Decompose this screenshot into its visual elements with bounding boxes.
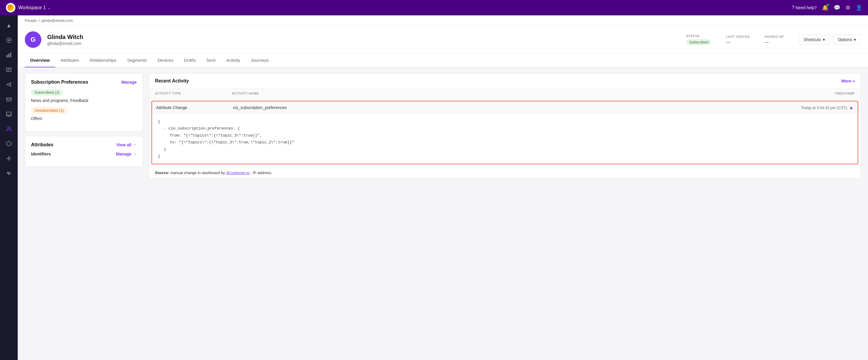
options-button[interactable]: Options ▾ [833,34,861,45]
profile-info: Glinda Witch glinda@email.com [47,34,680,46]
col-name-label: ACTIVITY NAME [232,92,790,95]
subscription-title: Subscription Preferences [31,80,88,85]
help-label: Need help? [795,5,817,10]
recent-activity-title: Recent Activity [155,78,189,84]
detail-line-3: from: "{\"topics\":{\"topic_3\":true}}", [158,132,852,139]
view-all-button[interactable]: View all → [116,142,137,147]
profile-meta: STATUS Subscribed LAST VISITED — SIGNED … [686,34,784,45]
activity-card-header: Recent Activity More » [149,74,861,89]
sidebar-item-people[interactable] [3,123,15,135]
source-prefix: Source: [155,170,169,175]
help-icon: ? [792,5,794,10]
tab-segments[interactable]: Segments [122,54,152,67]
svg-rect-4 [10,53,11,57]
signed-up-label: SIGNED UP [765,35,784,38]
user-button[interactable]: 👤 [856,4,862,11]
svg-rect-6 [6,98,11,101]
detail-line-4: to: "{\"topics\":{\"topic_3\":true,\"top… [158,139,852,146]
profile-name: Glinda Witch [47,34,680,40]
activity-detail: { - cio_subscription_preferences: { from… [152,114,858,164]
sidebar-item-data[interactable] [3,34,15,46]
meta-last-visited: LAST VISITED — [726,35,750,44]
detail-line-5: } [158,146,852,153]
profile-header: G Glinda Witch glinda@email.com STATUS S… [18,26,868,54]
workspace-label: Workspace 1 [18,5,46,10]
svg-marker-9 [6,141,11,146]
tab-activity[interactable]: Activity [221,54,246,67]
workspace-selector[interactable]: Workspace 1 ⌄ [18,5,51,10]
sidebar-item-charts[interactable] [3,49,15,61]
col-timestamp-label: TIMESTAMP [790,92,855,95]
options-chevron: ▾ [854,37,856,42]
options-label: Options [838,37,852,42]
tab-relationships[interactable]: Relationships [85,54,122,67]
source-text-value: manual change in dashboard by [170,170,225,175]
shortcuts-label: Shortcuts [804,37,821,42]
source-suffix: , IP address: [251,170,272,175]
sidebar-item-messages[interactable] [3,64,15,76]
messages-button[interactable]: 💬 [834,4,840,11]
subscription-card: Subscription Preferences Manage Subscrib… [25,73,143,131]
svg-point-10 [8,158,10,159]
unsubscribed-topics: Offers [31,116,137,121]
unsubscribed-badge: Unsubscribed (1) [31,107,67,114]
tabs: Overview Attributes Relationships Segmen… [18,54,868,67]
notifications-button[interactable]: 🔔 [822,4,829,11]
breadcrumb-parent[interactable]: People [25,18,37,23]
profile-actions: Shortcuts ▾ Options ▾ [799,34,861,45]
sidebar: ▲ [0,16,18,360]
sidebar-item-broadcast[interactable] [3,79,15,90]
status-label: STATUS [686,34,711,38]
profile-email: glinda@email.com [47,41,680,46]
subscribed-topics: News and programs, Feedback [31,98,137,103]
sidebar-item-home[interactable]: ▲ [3,20,15,31]
table-header: ACTIVITY TYPE ACTIVITY NAME TIMESTAMP [149,89,861,99]
detail-line-6: } [158,153,852,160]
identifiers-label: Identifiers [31,151,51,156]
logo-icon [7,4,14,11]
activity-card: Recent Activity More » ACTIVITY TYPE ACT… [149,73,861,179]
topbar-right: ? Need help? 🔔 💬 ⚙ 👤 [792,4,862,11]
detail-line-2: - cio_subscription_preferences: { [158,125,852,132]
tab-attributes[interactable]: Attributes [55,54,85,67]
settings-button[interactable]: ⚙ [845,4,850,11]
col-type-label: ACTIVITY TYPE [155,92,232,95]
attributes-card-header: Attributes View all → [31,142,137,147]
tab-drafts[interactable]: Drafts [179,54,201,67]
more-button[interactable]: More » [841,79,855,83]
logo [6,3,16,12]
breadcrumb: People / glinda@email.com [18,16,868,26]
tab-sent[interactable]: Sent [201,54,221,67]
sidebar-item-objects[interactable] [3,138,15,149]
svg-point-8 [8,127,10,129]
activity-type: Attribute Change [156,105,233,110]
sidebar-item-email[interactable] [3,93,15,105]
tab-devices[interactable]: Devices [152,54,179,67]
identifiers-manage-button[interactable]: Manage → [116,151,137,156]
subscribed-section: Subscribed (2) News and programs, Feedba… [31,89,137,103]
meta-status: STATUS Subscribed [686,34,711,45]
subscription-card-header: Subscription Preferences Manage [31,80,137,85]
detail-line-1: { [158,118,852,125]
source-link[interactable]: @customer.io [226,170,250,175]
subscription-manage-button[interactable]: Manage [121,80,137,85]
right-panel: Recent Activity More » ACTIVITY TYPE ACT… [149,73,861,354]
activity-row-header[interactable]: Attribute Change cio_subscription_prefer… [152,101,858,114]
tab-journeys[interactable]: Journeys [245,54,274,67]
help-button[interactable]: ? Need help? [792,5,817,10]
svg-point-1 [8,39,10,41]
sidebar-item-integrations[interactable] [3,153,15,164]
content-area: People / glinda@email.com G Glinda Witch… [18,16,868,360]
shortcuts-chevron: ▾ [823,37,825,42]
svg-rect-2 [6,55,8,57]
topbar-left: Workspace 1 ⌄ [6,3,51,12]
timestamp-value: Today at 3:04:32 pm (CST) [801,106,847,110]
sidebar-item-pulse[interactable] [3,167,15,179]
sidebar-item-inbox[interactable] [3,108,15,120]
chevron-up-icon: ▲ [849,105,854,110]
tab-overview[interactable]: Overview [25,54,55,67]
attributes-title: Attributes [31,142,54,147]
subscribed-badge: Subscribed (2) [31,89,63,96]
svg-rect-3 [8,54,9,57]
shortcuts-button[interactable]: Shortcuts ▾ [799,34,830,45]
